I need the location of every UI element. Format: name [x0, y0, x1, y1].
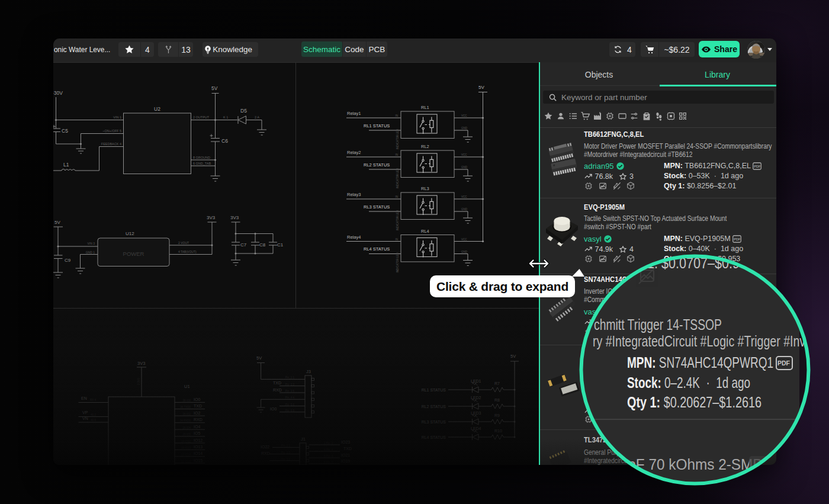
svg-text:PDF: PDF [777, 359, 791, 367]
svg-text:MPN: SN74AHC14QPWRQ1: MPN: SN74AHC14QPWRQ1 [627, 354, 773, 371]
svg-text:ry #IntegratedCircuit #Logic #: ry #IntegratedCircuit #Logic #Trigger #I… [593, 332, 812, 350]
svg-text:PDF: PDF [734, 237, 741, 241]
svg-text:Qty 1: $0.20627–$1.2616: Qty 1: $0.20627–$1.2616 [627, 393, 761, 411]
svg-text:chmitt Trigger 14-TSSOP: chmitt Trigger 14-TSSOP [594, 316, 722, 333]
svg-text:PDF: PDF [754, 165, 761, 168]
svg-text:Stock: 0–2.4K · 1d ago: Stock: 0–2.4K · 1d ago [627, 374, 750, 391]
